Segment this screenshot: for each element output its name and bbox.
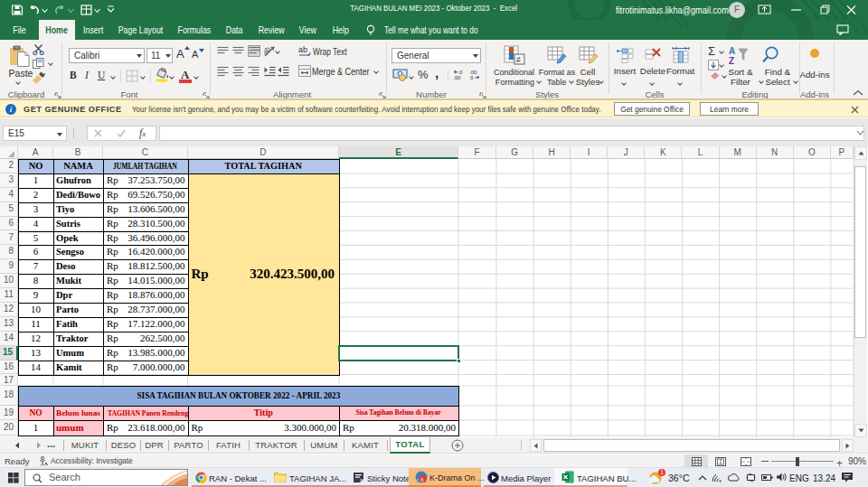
svg-text:6: 6 [421,477,424,482]
svg-text:ab: ab [264,45,272,56]
svg-text:Z: Z [729,56,734,65]
svg-text:A: A [729,46,735,56]
svg-text:ab: ab [298,45,307,54]
svg-text:.00: .00 [453,75,461,80]
svg-text:≠: ≠ [516,55,521,64]
svg-text:0→: 0→ [470,75,478,80]
